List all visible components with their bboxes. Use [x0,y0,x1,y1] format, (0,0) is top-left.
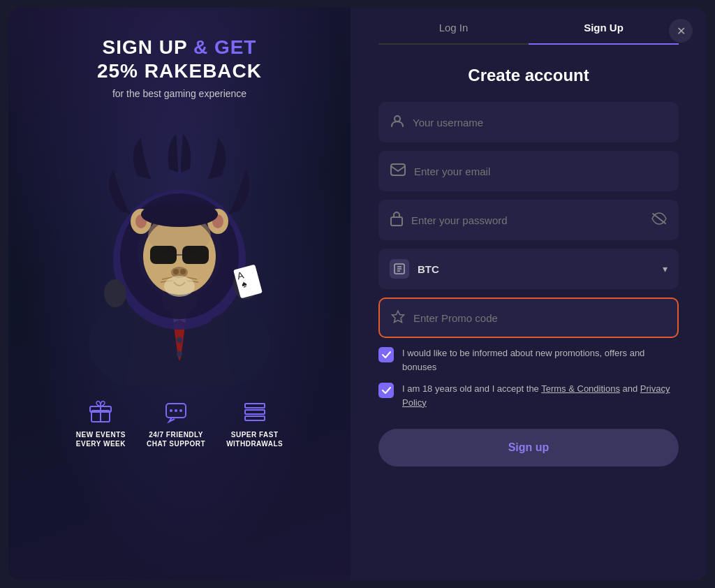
promo-input[interactable] [405,312,666,324]
lion-illustration: A ♠ [61,106,298,385]
feature-chat-label: 24/7 FRIENDLYCHAT SUPPORT [147,430,205,448]
svg-point-28 [177,337,182,343]
svg-rect-41 [391,164,405,175]
checkbox-promotions-row: I would like to be informed about new pr… [378,346,679,374]
email-icon [390,163,406,179]
close-button[interactable]: ✕ [669,19,693,43]
currency-label: BTC [418,263,663,275]
svg-rect-38 [245,410,265,414]
tab-bar: Log In Sign Up ✕ [378,8,679,45]
username-field [378,102,679,142]
chat-icon [163,399,189,425]
svg-rect-37 [245,404,265,408]
svg-point-29 [177,351,182,357]
svg-point-22 [141,202,218,227]
feature-withdrawals: SUPER FASTWITHDRAWALS [226,399,283,448]
gift-icon [88,399,113,425]
svg-point-36 [179,409,182,412]
email-input[interactable] [406,166,667,177]
currency-dropdown[interactable]: BTC ▾ [378,249,679,289]
checkbox-promotions[interactable] [378,347,394,362]
checkbox-age-label: I am 18 years old and I accept the Terms… [402,382,679,409]
feature-chat: 24/7 FRIENDLYCHAT SUPPORT [147,399,205,448]
feature-events-label: NEW EVENTSEVERY WEEK [76,430,126,448]
svg-point-12 [180,269,186,274]
checkbox-promotions-label: I would like to be informed about new pr… [402,346,679,374]
left-panel: SIGN UP & GET25% RAKEBACK for the best g… [8,8,351,580]
feature-withdrawals-label: SUPER FASTWITHDRAWALS [226,430,283,448]
tab-signup[interactable]: Sign Up [529,22,679,45]
checkbox-age-row: I am 18 years old and I accept the Terms… [378,382,679,409]
promo-field [378,297,679,338]
right-panel: Log In Sign Up ✕ Create account [351,8,707,580]
svg-point-11 [173,269,179,274]
feature-events: NEW EVENTSEVERY WEEK [76,399,126,448]
privacy-link[interactable]: Privacy Policy [402,383,670,408]
username-input[interactable] [404,117,667,128]
svg-rect-39 [245,416,265,420]
features-row: NEW EVENTSEVERY WEEK 24/7 FRIENDLYCHAT S… [29,399,330,448]
create-account-title: Create account [378,66,679,85]
password-input[interactable] [403,214,651,226]
withdrawals-icon [242,399,267,425]
promo-subtitle: for the best gaming experience [112,88,246,99]
svg-rect-7 [150,246,177,264]
password-field [378,200,679,240]
svg-point-27 [104,279,126,307]
svg-point-17 [164,276,195,297]
terms-link[interactable]: Terms & Conditions [541,383,620,394]
user-icon [390,114,404,131]
currency-icon [390,259,409,279]
svg-point-34 [170,409,172,412]
chevron-down-icon: ▾ [663,263,668,274]
svg-point-35 [175,409,177,412]
promo-headline: SIGN UP & GET25% RAKEBACK [97,36,262,82]
tab-login[interactable]: Log In [378,22,529,45]
svg-rect-8 [182,246,209,264]
lock-icon [390,211,403,230]
modal: SIGN UP & GET25% RAKEBACK for the best g… [8,8,707,580]
svg-point-40 [395,116,400,122]
checkbox-age[interactable] [378,383,394,398]
svg-rect-42 [391,217,402,226]
signup-button[interactable]: Sign up [378,429,679,466]
svg-marker-48 [392,311,404,323]
email-field [378,151,679,191]
eye-off-icon[interactable] [651,212,667,228]
promo-star-icon [391,309,405,327]
